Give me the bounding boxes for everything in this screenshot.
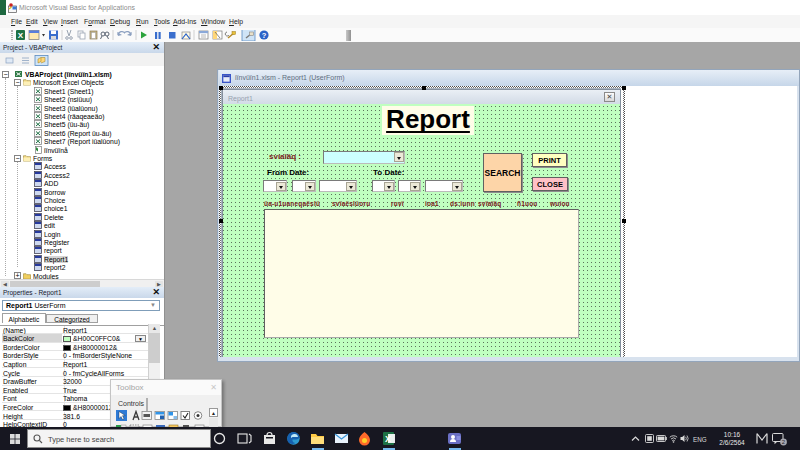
svg-text:?: ? [262, 31, 267, 40]
svg-text:X: X [18, 31, 24, 40]
svg-text:X: X [385, 434, 391, 444]
